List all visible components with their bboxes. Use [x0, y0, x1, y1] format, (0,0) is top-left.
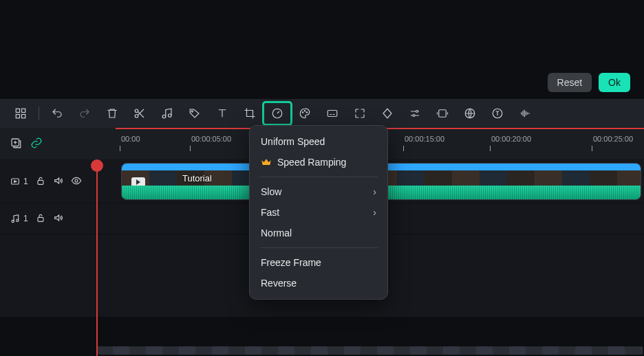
chevron-right-icon: ›: [373, 207, 376, 218]
expand-icon[interactable]: [346, 102, 374, 124]
time-tick: 00:00:05:00: [191, 135, 231, 143]
svg-point-12: [306, 112, 308, 113]
grid-icon[interactable]: [7, 102, 34, 124]
menu-fast[interactable]: Fast›: [250, 202, 387, 223]
timeline-toolbar: [0, 99, 644, 128]
svg-point-14: [416, 111, 418, 113]
chevron-right-icon: ›: [373, 186, 376, 197]
text-style-icon[interactable]: [484, 102, 511, 124]
audio-track-header: 1: [0, 203, 116, 234]
link-icon[interactable]: [30, 137, 43, 151]
svg-rect-16: [439, 110, 447, 118]
sliders-icon[interactable]: [401, 102, 429, 124]
svg-point-23: [12, 220, 14, 222]
svg-rect-13: [328, 111, 337, 117]
trash-icon[interactable]: [98, 102, 126, 124]
ok-button[interactable]: Ok: [599, 73, 630, 92]
menu-uniform-speed[interactable]: Uniform Speed: [250, 131, 387, 152]
svg-point-22: [75, 179, 78, 182]
svg-rect-2: [16, 115, 19, 118]
svg-point-6: [162, 115, 166, 118]
visibility-icon[interactable]: [71, 175, 82, 188]
menu-reverse[interactable]: Reverse: [250, 273, 387, 293]
svg-point-24: [17, 219, 19, 221]
undo-icon[interactable]: [43, 102, 71, 124]
music-note-icon[interactable]: [153, 102, 181, 124]
svg-rect-21: [38, 180, 43, 184]
svg-point-8: [191, 111, 193, 112]
redo-icon[interactable]: [71, 102, 98, 124]
toolbar-divider: [39, 107, 39, 120]
svg-rect-1: [22, 109, 25, 112]
speed-icon[interactable]: [264, 102, 291, 124]
svg-point-7: [169, 114, 172, 118]
svg-rect-3: [22, 115, 25, 118]
audio-track-kind: 1: [10, 213, 28, 224]
time-tick: 00:00:25:00: [593, 135, 633, 143]
menu-separator: [259, 247, 378, 248]
volume-icon[interactable]: [53, 175, 64, 188]
scissors-icon[interactable]: [126, 102, 153, 124]
crown-icon: [261, 157, 272, 168]
menu-separator: [259, 177, 378, 177]
playhead[interactable]: [96, 159, 98, 356]
text-icon[interactable]: [208, 102, 236, 124]
time-tick: 00:00: [121, 135, 140, 143]
svg-point-15: [413, 115, 415, 117]
menu-freeze-frame[interactable]: Freeze Frame: [250, 252, 387, 273]
menu-speed-ramping[interactable]: Speed Ramping: [250, 152, 387, 173]
svg-rect-0: [16, 109, 19, 112]
lock-icon[interactable]: [35, 212, 46, 225]
svg-point-10: [302, 112, 303, 113]
speed-menu: Uniform Speed Speed Ramping Slow› Fast› …: [249, 125, 388, 300]
menu-normal[interactable]: Normal: [250, 223, 387, 243]
menu-slow[interactable]: Slow›: [250, 181, 387, 202]
device-icon[interactable]: [429, 102, 456, 124]
svg-rect-25: [38, 217, 43, 221]
equalizer-icon[interactable]: [511, 102, 539, 124]
crop-icon[interactable]: [236, 102, 264, 124]
bottom-scrollbar[interactable]: [96, 346, 643, 355]
clip-label: Tutorial: [182, 173, 212, 183]
time-tick: 00:00:20:00: [491, 135, 531, 143]
palette-icon[interactable]: [291, 102, 319, 124]
subtitle-icon[interactable]: [319, 102, 346, 124]
add-media-icon[interactable]: [10, 137, 22, 151]
globe-icon[interactable]: [456, 102, 484, 124]
lock-icon[interactable]: [35, 175, 46, 188]
video-track-kind: 1: [10, 176, 28, 187]
reset-button[interactable]: Reset: [548, 73, 592, 92]
time-tick: 00:00:15:00: [405, 135, 444, 143]
keyframe-icon[interactable]: [374, 102, 401, 124]
preview-area: Reset Ok: [0, 0, 644, 99]
tag-icon[interactable]: [181, 102, 208, 124]
svg-point-11: [304, 111, 305, 112]
volume-icon[interactable]: [53, 212, 64, 225]
